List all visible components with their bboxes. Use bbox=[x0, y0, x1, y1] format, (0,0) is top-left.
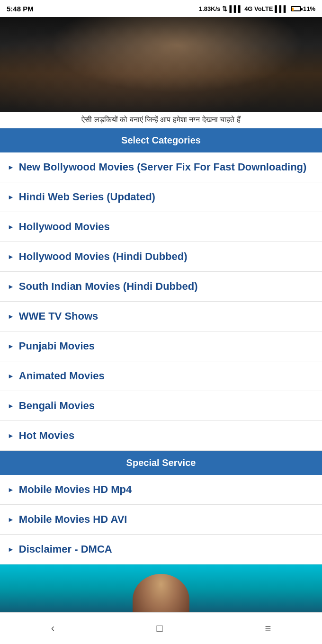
category-label: South Indian Movies (Hindi Dubbed) bbox=[19, 280, 198, 293]
category-item-wwe-tv-shows[interactable]: ► WWE TV Shows bbox=[0, 302, 322, 331]
category-item-new-bollywood[interactable]: ► New Bollywood Movies (Server Fix For F… bbox=[0, 152, 322, 182]
back-button[interactable]: ‹ bbox=[42, 619, 64, 637]
category-label: Hollywood Movies (Hindi Dubbed) bbox=[19, 250, 188, 263]
status-bar: 5:48 PM 1.83K/s ⇅ ▌▌▌ 4G VoLTE ▌▌▌ 11% bbox=[0, 0, 322, 17]
category-item-south-indian-hindi-dubbed[interactable]: ► South Indian Movies (Hindi Dubbed) bbox=[0, 272, 322, 302]
nav-bar: ‹ □ ≡ bbox=[0, 612, 322, 644]
categories-header: Select Categories bbox=[0, 128, 322, 152]
category-item-animated-movies[interactable]: ► Animated Movies bbox=[0, 361, 322, 391]
category-item-hollywood-hindi-dubbed[interactable]: ► Hollywood Movies (Hindi Dubbed) bbox=[0, 242, 322, 272]
category-label: Bengali Movies bbox=[19, 400, 95, 412]
arrow-icon: ► bbox=[8, 372, 14, 380]
arrow-icon: ► bbox=[8, 342, 14, 350]
special-item-mobile-hd-mp4[interactable]: ► Mobile Movies HD Mp4 bbox=[0, 475, 322, 505]
category-item-bengali-movies[interactable]: ► Bengali Movies bbox=[0, 391, 322, 421]
category-item-hot-movies[interactable]: ► Hot Movies bbox=[0, 421, 322, 451]
signal-bars: ▌▌▌ bbox=[229, 5, 242, 12]
arrow-icon: ► bbox=[8, 432, 14, 439]
status-time: 5:48 PM bbox=[7, 5, 34, 13]
special-item-label: Mobile Movies HD Mp4 bbox=[19, 483, 132, 496]
arrow-icon: ► bbox=[8, 313, 14, 320]
category-label: Hindi Web Series (Updated) bbox=[19, 191, 155, 203]
top-banner bbox=[0, 17, 322, 112]
special-item-label: Disclaimer - DMCA bbox=[19, 543, 112, 555]
network-speed: 1.83K/s bbox=[199, 5, 221, 12]
category-label: Animated Movies bbox=[19, 370, 105, 382]
signal-arrows: ⇅ bbox=[222, 5, 227, 12]
arrow-icon: ► bbox=[8, 193, 14, 201]
special-service-header: Special Service bbox=[0, 451, 322, 475]
category-label: Punjabi Movies bbox=[19, 340, 95, 352]
signal-bars-2: ▌▌▌ bbox=[275, 5, 288, 12]
category-item-punjabi-movies[interactable]: ► Punjabi Movies bbox=[0, 331, 322, 361]
arrow-icon: ► bbox=[8, 283, 14, 290]
category-label: New Bollywood Movies (Server Fix For Fas… bbox=[19, 161, 307, 173]
menu-button[interactable]: ≡ bbox=[255, 619, 280, 637]
special-item-mobile-hd-avi[interactable]: ► Mobile Movies HD AVI bbox=[0, 505, 322, 535]
banner-caption: ऐसी लड़कियों को बनाएं जिन्हें आप हमेशा न… bbox=[0, 112, 322, 128]
arrow-icon: ► bbox=[8, 253, 14, 260]
category-list: ► New Bollywood Movies (Server Fix For F… bbox=[0, 152, 322, 451]
special-item-label: Mobile Movies HD AVI bbox=[19, 513, 127, 526]
special-service-list: ► Mobile Movies HD Mp4 ► Mobile Movies H… bbox=[0, 475, 322, 564]
category-label: WWE TV Shows bbox=[19, 310, 98, 322]
category-item-hollywood-movies[interactable]: ► Hollywood Movies bbox=[0, 212, 322, 242]
home-button[interactable]: □ bbox=[147, 619, 172, 637]
special-item-disclaimer[interactable]: ► Disclaimer - DMCA bbox=[0, 535, 322, 564]
battery-percent: 11% bbox=[303, 5, 315, 12]
category-label: Hollywood Movies bbox=[19, 221, 110, 233]
arrow-icon: ► bbox=[8, 516, 14, 523]
arrow-icon: ► bbox=[8, 486, 14, 493]
arrow-icon: ► bbox=[8, 546, 14, 553]
category-label: Hot Movies bbox=[19, 429, 74, 442]
category-item-hindi-web-series[interactable]: ► Hindi Web Series (Updated) bbox=[0, 182, 322, 212]
arrow-icon: ► bbox=[8, 402, 14, 410]
battery-icon bbox=[291, 6, 301, 11]
arrow-icon: ► bbox=[8, 223, 14, 231]
network-type: 4G VoLTE bbox=[244, 5, 273, 12]
top-banner-image bbox=[0, 17, 322, 112]
status-right: 1.83K/s ⇅ ▌▌▌ 4G VoLTE ▌▌▌ 11% bbox=[199, 5, 315, 12]
arrow-icon: ► bbox=[8, 163, 14, 171]
